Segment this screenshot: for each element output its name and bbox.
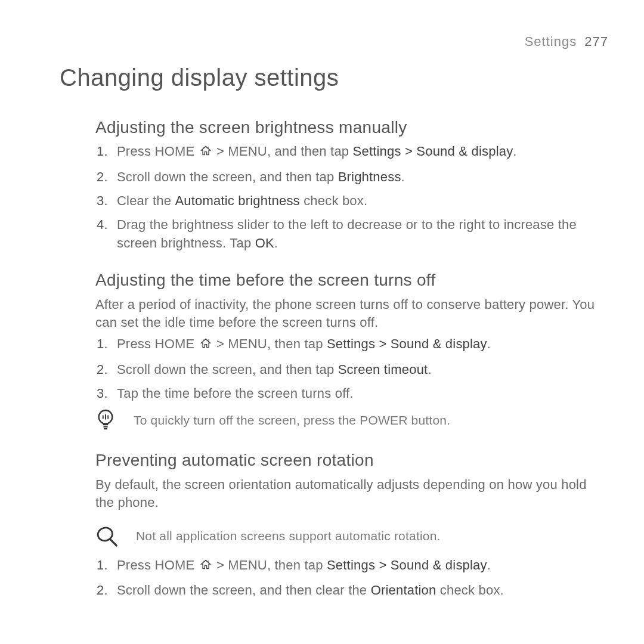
tip-row: To quickly turn off the screen, press th… — [95, 408, 608, 432]
steps-rotation: Press HOME > MENU, then tap Settings > S… — [95, 556, 608, 600]
text: > MENU, then tap — [213, 336, 327, 351]
text-bold: Settings > Sound & display — [327, 558, 487, 572]
text: . — [487, 558, 491, 572]
step: Scroll down the screen, and then tap Scr… — [112, 361, 608, 379]
text: Tap the time before the screen turns off… — [117, 386, 354, 401]
text: . — [274, 236, 278, 250]
header-section: Settings — [525, 34, 577, 49]
heading-timeout: Adjusting the time before the screen tur… — [95, 269, 608, 292]
tip-text: To quickly turn off the screen, press th… — [134, 412, 450, 429]
step: Clear the Automatic brightness check box… — [112, 192, 608, 210]
page-header: Settings 277 — [60, 33, 608, 51]
text: . — [428, 362, 431, 377]
heading-brightness: Adjusting the screen brightness manually — [95, 116, 608, 140]
lightbulb-icon — [95, 408, 116, 432]
intro-timeout: After a period of inactivity, the phone … — [95, 296, 608, 332]
text: . — [487, 336, 491, 351]
text-bold: Settings > Sound & display — [353, 144, 513, 159]
text-bold: OK — [255, 236, 274, 250]
step: Press HOME > MENU, then tap Settings > S… — [112, 335, 608, 354]
page-number: 277 — [584, 34, 608, 49]
step: Scroll down the screen, and then tap Bri… — [112, 168, 608, 186]
step: Scroll down the screen, and then clear t… — [112, 581, 608, 599]
text-bold: Automatic brightness — [175, 193, 299, 208]
text: check box. — [300, 193, 367, 208]
text-bold: Screen timeout — [338, 362, 428, 377]
step: Press HOME > MENU, and then tap Settings… — [112, 143, 608, 162]
step: Press HOME > MENU, then tap Settings > S… — [112, 556, 608, 575]
home-icon — [200, 336, 212, 354]
page-title: Changing display settings — [60, 61, 608, 94]
home-icon — [200, 558, 212, 575]
steps-timeout: Press HOME > MENU, then tap Settings > S… — [95, 335, 608, 402]
text: Press HOME — [117, 558, 199, 572]
text: Scroll down the screen, and then tap — [117, 169, 338, 184]
svg-line-2 — [111, 540, 116, 546]
section-brightness: Adjusting the screen brightness manually… — [95, 116, 608, 252]
section-rotation: Preventing automatic screen rotation By … — [95, 449, 608, 599]
text: Drag the brightness slider to the left t… — [117, 217, 577, 250]
text: Scroll down the screen, and then tap — [117, 362, 338, 377]
intro-rotation: By default, the screen orientation autom… — [95, 476, 608, 512]
note-text: Not all application screens support auto… — [136, 528, 441, 545]
text: Press HOME — [117, 336, 199, 351]
step: Tap the time before the screen turns off… — [112, 385, 608, 402]
magnifier-icon — [95, 525, 118, 548]
text: check box. — [436, 583, 503, 597]
text: . — [513, 144, 516, 159]
text-bold: Orientation — [371, 583, 436, 597]
text: Clear the — [117, 193, 175, 208]
section-timeout: Adjusting the time before the screen tur… — [95, 269, 608, 432]
text: Scroll down the screen, and then clear t… — [117, 583, 371, 597]
text-bold: Brightness — [338, 169, 401, 184]
steps-brightness: Press HOME > MENU, and then tap Settings… — [95, 143, 608, 252]
text: > MENU, then tap — [213, 558, 327, 572]
text: Press HOME — [117, 144, 199, 159]
home-icon — [200, 144, 212, 162]
text-bold: Settings > Sound & display — [327, 336, 487, 351]
text: . — [401, 169, 405, 184]
heading-rotation: Preventing automatic screen rotation — [95, 449, 608, 472]
note-row: Not all application screens support auto… — [95, 525, 608, 548]
text: > MENU, and then tap — [213, 144, 353, 159]
step: Drag the brightness slider to the left t… — [112, 216, 608, 252]
